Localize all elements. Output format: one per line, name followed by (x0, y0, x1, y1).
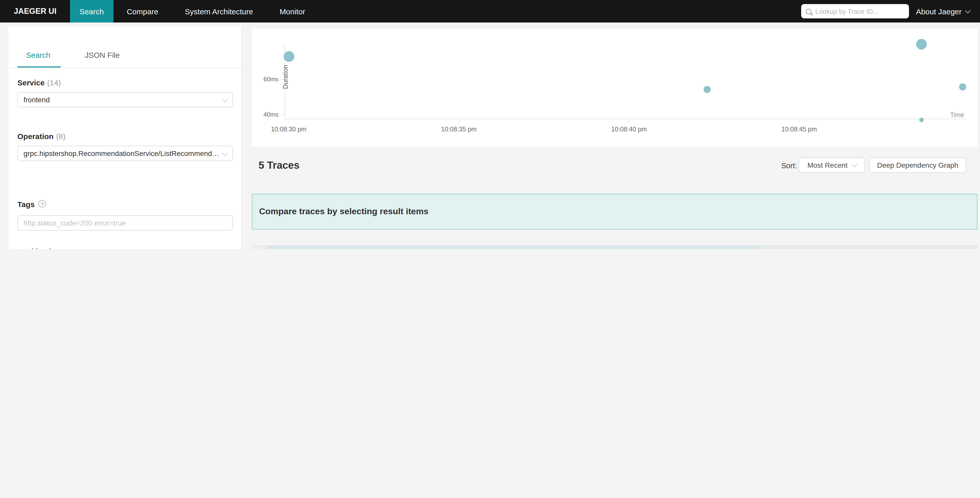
x-tick-label: 10:08:35 pm (433, 126, 484, 133)
top-nav: JAEGER UI Search Compare System Architec… (0, 0, 980, 22)
trace-lookup-input[interactable] (815, 7, 904, 16)
trace-duration: 55.53ms (945, 246, 972, 249)
scatter-point[interactable] (959, 84, 966, 91)
trace-title-link[interactable]: frontend: HTTP GET7876e26 (273, 246, 383, 249)
jaeger-search-page: JAEGER UI Search Compare System Architec… (0, 0, 980, 249)
x-tick-mark (629, 119, 630, 123)
deep-dependency-graph-button[interactable]: Deep Dependency Graph (869, 158, 966, 173)
search-icon (806, 8, 811, 14)
help-icon[interactable]: ? (38, 200, 46, 208)
tab-divider (8, 67, 241, 68)
x-tick-mark (459, 119, 459, 123)
search-sidebar: Search JSON File Service(14) frontend Op… (8, 26, 242, 249)
trace-result-row[interactable]: frontend: HTTP GET7876e26 55.53ms 18 Spa… (252, 246, 977, 249)
about-jaeger-menu[interactable]: About Jaeger (909, 0, 980, 22)
scatter-plot: 60ms 40ms Duration Time 10:08:30 pm10:08… (252, 29, 977, 147)
y-tick-60ms: 60ms (254, 76, 278, 83)
scatter-point[interactable] (920, 118, 924, 122)
trace-count: 5 Traces (259, 160, 299, 171)
about-jaeger-label: About Jaeger (916, 7, 962, 16)
x-tick-label: 10:08:40 pm (603, 126, 654, 133)
tab-json-file[interactable]: JSON File (85, 51, 120, 59)
tab-search[interactable]: Search (26, 51, 50, 59)
x-tick-mark (289, 119, 289, 123)
x-tick-label: 10:08:45 pm (773, 126, 825, 133)
scatter-point[interactable] (283, 51, 294, 62)
x-tick-mark (799, 119, 800, 123)
y-tick-40ms: 40ms (254, 111, 278, 118)
chevron-down-icon (851, 161, 857, 168)
chevron-down-icon (222, 150, 228, 156)
sort-select[interactable]: Most Recent (799, 158, 865, 173)
trace-row-header: frontend: HTTP GET7876e26 55.53ms (252, 246, 977, 249)
service-select[interactable]: frontend (18, 92, 233, 107)
scatter-point[interactable] (916, 38, 927, 49)
nav-item-compare[interactable]: Compare (113, 0, 172, 22)
nav-item-monitor[interactable]: Monitor (266, 0, 318, 22)
chevron-down-icon (965, 8, 971, 14)
tags-input[interactable] (18, 215, 233, 231)
lookback-label: Lookback (18, 247, 53, 249)
chevron-down-icon (222, 97, 228, 102)
compare-banner: Compare traces by selecting result items (252, 194, 977, 230)
trace-lookup-box (801, 4, 909, 18)
tags-label: Tags? (18, 200, 46, 209)
operation-label: Operation(8) (18, 132, 65, 140)
nav-item-system-architecture[interactable]: System Architecture (172, 0, 266, 22)
compare-banner-text: Compare traces by selecting result items (259, 207, 428, 217)
x-tick-label: 10:08:30 pm (263, 126, 314, 133)
x-axis-title: Time (950, 112, 964, 119)
operation-select[interactable]: grpc.hipstershop.RecommendationService/L… (18, 146, 233, 161)
app-brand[interactable]: JAEGER UI (0, 0, 70, 22)
scatter-point[interactable] (703, 86, 711, 93)
nav-item-search[interactable]: Search (70, 0, 113, 22)
checkbox-cell (252, 246, 267, 249)
service-label: Service(14) (18, 78, 61, 87)
sort-label: Sort: (781, 161, 797, 170)
x-axis (285, 119, 966, 119)
